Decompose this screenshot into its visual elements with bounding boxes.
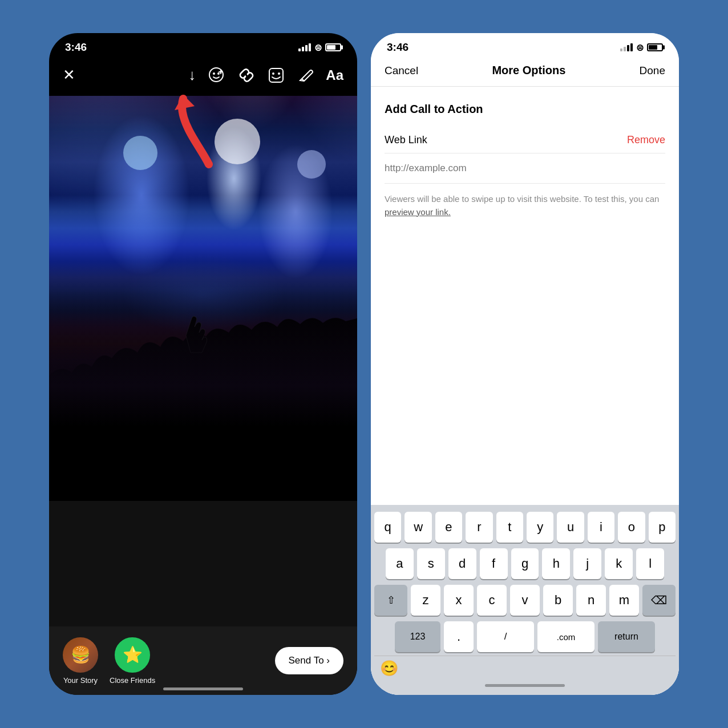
key-j[interactable]: j <box>573 548 601 579</box>
story-toolbar: ✕ ↓ <box>49 60 357 90</box>
key-d[interactable]: d <box>448 548 476 579</box>
done-button[interactable]: Done <box>640 64 665 77</box>
svg-point-14 <box>123 136 157 170</box>
key-b[interactable]: b <box>543 585 573 616</box>
key-space[interactable]: / <box>477 621 534 652</box>
battery-icon <box>325 43 341 51</box>
battery-fill <box>327 45 335 50</box>
right-signal-icon <box>620 43 633 51</box>
svg-point-2 <box>217 72 220 75</box>
left-status-bar: 3:46 ⊜ <box>49 33 357 58</box>
key-period[interactable]: . <box>444 621 474 652</box>
key-i[interactable]: i <box>588 512 614 543</box>
svg-point-6 <box>272 72 274 75</box>
svg-point-7 <box>278 72 280 75</box>
key-123[interactable]: 123 <box>395 621 440 652</box>
preview-link[interactable]: preview your link. <box>385 207 451 217</box>
right-battery-fill <box>649 45 657 50</box>
key-z[interactable]: z <box>411 585 440 616</box>
left-time: 3:46 <box>65 41 87 54</box>
red-arrow-annotation <box>163 90 232 170</box>
nav-title: More Options <box>492 64 565 77</box>
keyboard-row-3: ⇧ z x c v b n m ⌫ <box>374 585 676 616</box>
key-q[interactable]: q <box>374 512 401 543</box>
key-p[interactable]: p <box>649 512 676 543</box>
link-icon[interactable] <box>238 67 255 84</box>
svg-point-1 <box>213 72 215 75</box>
left-phone: 3:46 ⊜ ✕ ↓ <box>49 33 357 695</box>
web-link-label: Web Link <box>385 134 427 146</box>
key-c[interactable]: c <box>477 585 507 616</box>
svg-marker-9 <box>175 95 195 110</box>
shift-key[interactable]: ⇧ <box>374 585 407 616</box>
key-o[interactable]: o <box>618 512 645 543</box>
key-h[interactable]: h <box>542 548 570 579</box>
key-l[interactable]: l <box>636 548 664 579</box>
right-wifi-icon: ⊜ <box>636 42 644 53</box>
right-home-indicator <box>485 684 565 687</box>
svg-point-15 <box>297 150 326 179</box>
key-a[interactable]: a <box>386 548 414 579</box>
emoji-button[interactable]: 😊 <box>380 660 398 677</box>
key-dotcom[interactable]: .com <box>537 621 594 652</box>
key-y[interactable]: y <box>527 512 553 543</box>
bottom-dark-area <box>49 501 357 626</box>
download-icon[interactable]: ↓ <box>188 66 196 84</box>
your-story-avatar: 🍔 <box>63 637 98 673</box>
send-to-button[interactable]: Send To › <box>275 647 343 674</box>
wifi-icon: ⊜ <box>314 42 322 53</box>
your-story-item[interactable]: 🍔 Your Story <box>63 637 98 685</box>
right-time: 3:46 <box>387 41 409 54</box>
draw-icon[interactable] <box>297 67 313 83</box>
emoji-row: 😊 <box>374 656 676 681</box>
cancel-button[interactable]: Cancel <box>385 64 418 77</box>
key-g[interactable]: g <box>511 548 539 579</box>
backspace-key[interactable]: ⌫ <box>642 585 676 616</box>
close-friends-item[interactable]: ⭐ Close Friends <box>110 637 155 685</box>
keyboard-row-1: q w e r t y u i o p <box>374 512 676 543</box>
close-friends-label: Close Friends <box>110 676 155 685</box>
key-u[interactable]: u <box>557 512 584 543</box>
return-key[interactable]: return <box>598 621 655 652</box>
key-s[interactable]: s <box>417 548 445 579</box>
svg-rect-5 <box>269 68 283 82</box>
story-avatars: 🍔 Your Story ⭐ Close Friends <box>63 637 155 685</box>
key-k[interactable]: k <box>605 548 633 579</box>
close-button[interactable]: ✕ <box>63 66 75 84</box>
key-t[interactable]: t <box>496 512 523 543</box>
hint-text: Viewers will be able to swipe up to visi… <box>385 193 665 219</box>
home-indicator <box>163 687 243 690</box>
remove-button[interactable]: Remove <box>627 134 665 146</box>
signal-icon <box>298 43 311 51</box>
text-icon[interactable]: Aa <box>326 67 343 83</box>
key-m[interactable]: m <box>609 585 639 616</box>
key-w[interactable]: w <box>405 512 431 543</box>
key-x[interactable]: x <box>444 585 474 616</box>
key-e[interactable]: e <box>435 512 462 543</box>
key-r[interactable]: r <box>466 512 492 543</box>
sticker-icon[interactable] <box>268 67 285 84</box>
url-input[interactable] <box>385 153 665 184</box>
keyboard-row-2: a s d f g h j k l <box>374 548 676 579</box>
bottom-bar: 🍔 Your Story ⭐ Close Friends Send To › <box>49 626 357 695</box>
key-f[interactable]: f <box>480 548 508 579</box>
your-story-label: Your Story <box>63 676 98 685</box>
key-v[interactable]: v <box>510 585 540 616</box>
section-title: Add Call to Action <box>385 103 665 116</box>
right-status-icons: ⊜ <box>620 42 663 53</box>
left-status-icons: ⊜ <box>298 42 341 53</box>
key-n[interactable]: n <box>576 585 606 616</box>
close-friends-avatar: ⭐ <box>115 637 150 673</box>
web-link-row: Web Link Remove <box>385 127 665 153</box>
right-battery-icon <box>647 43 663 51</box>
right-status-bar: 3:46 ⊜ <box>371 33 679 58</box>
toolbar-icons: ↓ <box>188 66 343 84</box>
keyboard: q w e r t y u i o p a s d f g h j k l ⇧ … <box>371 505 679 695</box>
keyboard-row-4: 123 . / .com return <box>374 621 676 652</box>
right-phone: 3:46 ⊜ Cancel More Options Done Add Call… <box>371 33 679 695</box>
navigation-bar: Cancel More Options Done <box>371 58 679 87</box>
emoji-add-icon[interactable] <box>208 67 225 84</box>
